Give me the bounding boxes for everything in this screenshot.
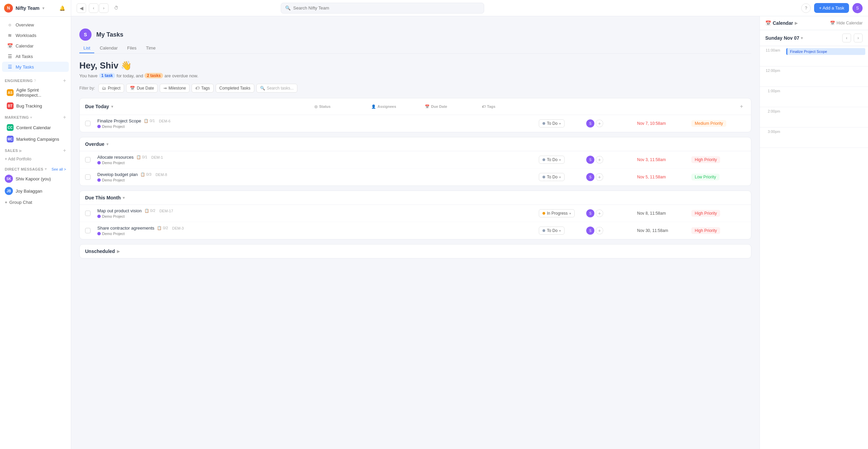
sidebar-item-my-tasks[interactable]: ☰ My Tasks: [2, 62, 69, 72]
collapse-sidebar-button[interactable]: ◀: [77, 3, 86, 13]
status-dropdown-button[interactable]: To Do ▾: [539, 156, 565, 164]
chevron-right-icon: ▶: [795, 21, 797, 25]
dm-item-shiv[interactable]: SK Shiv Kapoor (you): [0, 173, 71, 185]
sidebar-item-all-tasks[interactable]: ☰ All Tasks: [2, 51, 69, 61]
status-dropdown-button[interactable]: In Progress ▾: [539, 209, 575, 217]
task-row[interactable]: Share contractor agreements 📋 0/2 DEM-3 …: [80, 222, 751, 239]
add-task-button[interactable]: + Add a Task: [814, 3, 849, 13]
project-color-cc: CC: [7, 124, 14, 131]
add-portfolio-link[interactable]: + Add Portfolio: [5, 157, 31, 161]
filter-project-button[interactable]: 🗂 Project: [98, 84, 124, 93]
task-project: Demo Project: [97, 124, 535, 129]
forward-button[interactable]: ›: [99, 3, 108, 13]
task-title: Finalize Project Scope: [97, 118, 141, 123]
team-name-area[interactable]: N Nifty Team ▾: [4, 4, 44, 13]
completed-tasks-label: Completed Tasks: [219, 86, 251, 91]
cal-event-finalize[interactable]: Finalize Project Scope: [786, 48, 865, 55]
dm-item-joy[interactable]: JB Joy Balaggan: [0, 185, 71, 197]
task-checkbox[interactable]: [85, 157, 91, 162]
sidebar-item-label: All Tasks: [16, 54, 33, 59]
sidebar-item-calendar[interactable]: 📅 Calendar: [2, 41, 69, 51]
section-label: MARKETING ▾: [5, 115, 32, 120]
tab-time[interactable]: Time: [142, 43, 159, 53]
add-assignee-button[interactable]: +: [596, 156, 603, 163]
add-engineering-button[interactable]: +: [63, 78, 66, 84]
tab-list[interactable]: List: [79, 43, 94, 53]
cal-prev-button[interactable]: ‹: [842, 34, 851, 42]
task-status[interactable]: To Do ▾: [539, 227, 586, 235]
add-assignee-button[interactable]: +: [596, 173, 603, 181]
add-assignee-button[interactable]: +: [596, 120, 603, 127]
task-id: DEM-3: [172, 226, 184, 230]
sidebar-item-overview[interactable]: ○ Overview: [2, 20, 69, 30]
status-label: To Do: [547, 157, 557, 162]
task-status[interactable]: In Progress ▾: [539, 209, 586, 217]
project-item-marketing-campaigns[interactable]: MC Marketing Campaigns: [2, 134, 69, 144]
tab-calendar[interactable]: Calendar: [96, 43, 122, 53]
task-title: Map out product vision: [97, 208, 142, 213]
task-row[interactable]: Develop budget plan 📋 0/3 DEM-8 Demo Pro…: [80, 169, 751, 186]
hide-calendar-button[interactable]: 📅 Hide Calendar: [830, 21, 863, 25]
task-priority: High Priority: [691, 210, 746, 217]
task-checkbox[interactable]: [85, 121, 91, 126]
workloads-icon: ≋: [7, 33, 13, 38]
status-dropdown-button[interactable]: To Do ▾: [539, 119, 565, 128]
calendar-icon: 📅: [765, 20, 771, 26]
filter-due-date-button[interactable]: 📅 Due Date: [126, 84, 158, 93]
task-status[interactable]: To Do ▾: [539, 119, 586, 128]
status-dropdown-button[interactable]: To Do ▾: [539, 227, 565, 235]
task-subtasks-icon: 📋 0/1: [144, 119, 155, 123]
search-input[interactable]: [293, 5, 480, 11]
task-checkbox[interactable]: [85, 174, 91, 180]
task-row[interactable]: Map out product vision 📋 0/2 DEM-17 Demo…: [80, 205, 751, 222]
add-assignee-button[interactable]: +: [596, 227, 603, 234]
section-label: ENGINEERING ?: [5, 79, 36, 83]
task-row[interactable]: Finalize Project Scope 📋 0/1 DEM-6 Demo …: [80, 115, 751, 132]
notification-icon[interactable]: 🔔: [57, 3, 67, 13]
section-unscheduled: Unscheduled ▶: [79, 244, 751, 258]
project-dot-icon: [97, 161, 101, 164]
task-checkbox[interactable]: [85, 228, 91, 233]
search-tasks-button[interactable]: 🔍 Search tasks...: [256, 84, 297, 93]
status-dropdown-button[interactable]: To Do ▾: [539, 173, 565, 181]
history-button[interactable]: ⏱: [111, 3, 121, 13]
task-subtasks-icon: 📋 0/1: [136, 155, 147, 159]
status-label: To Do: [547, 121, 557, 126]
task-status[interactable]: To Do ▾: [539, 173, 586, 181]
task-checkbox[interactable]: [85, 211, 91, 216]
add-sales-button[interactable]: +: [63, 148, 66, 154]
tab-files[interactable]: Files: [123, 43, 140, 53]
group-chat-button[interactable]: + Group Chat: [0, 197, 71, 208]
add-assignee-button[interactable]: +: [596, 210, 603, 217]
sidebar-item-workloads[interactable]: ≋ Workloads: [2, 30, 69, 40]
sidebar-item-label: Workloads: [16, 33, 36, 38]
status-dot-icon: [542, 212, 545, 215]
filter-project-label: Project: [108, 86, 120, 91]
greeting-text: Hey, Shiv 👋: [79, 60, 132, 71]
add-task-section-button[interactable]: +: [737, 102, 746, 111]
completed-tasks-button[interactable]: Completed Tasks: [216, 84, 254, 93]
filter-tags-button[interactable]: 🏷 Tags: [192, 84, 213, 93]
project-name-label: Demo Project: [102, 214, 125, 218]
task-priority: Low Priority: [691, 174, 746, 180]
task-status[interactable]: To Do ▾: [539, 156, 586, 164]
see-all-link[interactable]: See all >: [52, 167, 66, 171]
project-name: Agile Sprint Retrospect...: [16, 87, 64, 98]
back-button[interactable]: ‹: [89, 3, 98, 13]
greeting: Hey, Shiv 👋: [79, 54, 751, 73]
filter-milestone-button[interactable]: ⇒ Milestone: [160, 84, 190, 93]
help-button[interactable]: ?: [801, 3, 811, 13]
cal-next-button[interactable]: ›: [854, 34, 863, 42]
project-item-content-calendar[interactable]: CC Content Calendar: [2, 122, 69, 133]
add-marketing-button[interactable]: +: [63, 114, 66, 120]
task-row[interactable]: Allocate resources 📋 0/1 DEM-1 Demo Proj…: [80, 151, 751, 169]
due-this-month-title: Due This Month ▾: [85, 195, 125, 200]
subtitle-prefix: You have: [79, 73, 98, 78]
my-tasks-icon: ☰: [7, 64, 13, 70]
project-item-agile[interactable]: AS Agile Sprint Retrospect...: [2, 85, 69, 100]
user-avatar-button[interactable]: S: [852, 3, 863, 13]
chevron-down-icon: ▾: [801, 36, 803, 40]
task-id: DEM-8: [156, 173, 167, 177]
project-item-bug-tracking[interactable]: BT Bug Tracking: [2, 100, 69, 111]
unscheduled-row[interactable]: Unscheduled ▶: [80, 245, 751, 258]
